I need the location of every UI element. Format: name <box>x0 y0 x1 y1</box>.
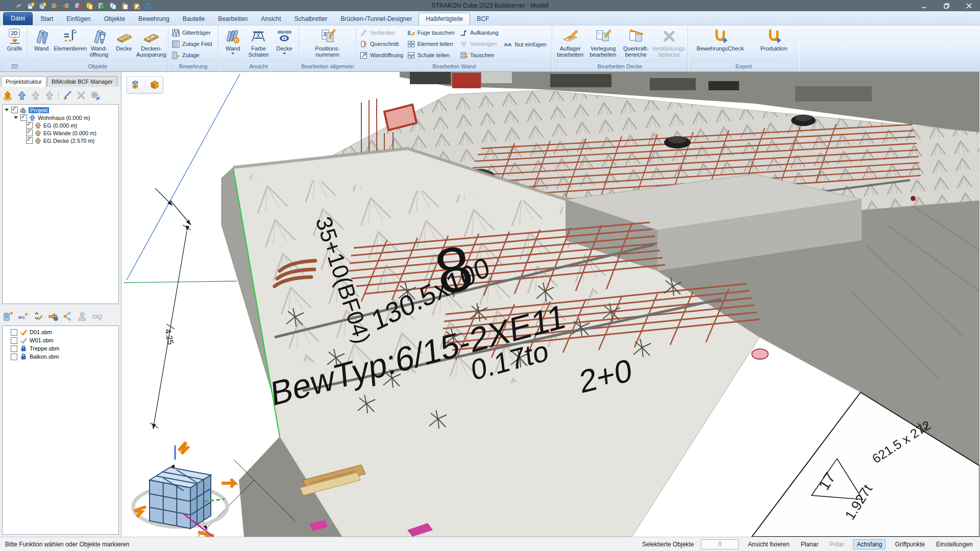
tab-bauteile[interactable]: Bauteile <box>176 13 211 25</box>
add-model-icon[interactable] <box>3 311 14 322</box>
delete-x-icon[interactable] <box>76 90 86 101</box>
achsfang-toggle[interactable]: Achsfang <box>853 539 886 549</box>
zulage-feld-button[interactable]: Zulage Feld <box>172 39 212 49</box>
verlegung-bearbeiten-button[interactable]: Verlegung bearbeiten <box>586 27 619 62</box>
tree-item-eg[interactable]: EG (0.000 m) <box>4 121 117 129</box>
tree-item-wohnhaus[interactable]: Wohnhaus (0.000 m) <box>4 114 117 121</box>
file-item-d01[interactable]: D01.sbm <box>4 328 117 336</box>
tab-bearbeiten[interactable]: Bearbeiten <box>211 13 254 25</box>
wandoeffnung-button[interactable]: Wand- öffnung <box>87 27 112 62</box>
tab-datei[interactable]: Datei <box>3 12 33 25</box>
save-question-icon[interactable] <box>27 2 35 10</box>
model-viewport-3d[interactable]: 35+10(BF04) 8 130.5x100 BewTyp:6/15-2XE1… <box>121 72 980 537</box>
ansicht-fixieren-toggle[interactable]: Ansicht fixieren <box>746 539 791 549</box>
delete-document-icon[interactable] <box>74 2 82 10</box>
tab-bcf[interactable]: BCF <box>470 13 496 25</box>
auflager-bearbeiten-button[interactable]: Auflager bearbeiten <box>554 27 586 62</box>
tab-einfuegen[interactable]: Einfügen <box>60 13 97 25</box>
tree-item-eg-decke[interactable]: EG Decke (2.570 m) <box>4 137 117 144</box>
close-button[interactable] <box>958 0 980 11</box>
tab-bewehrung[interactable]: Bewehrung <box>132 13 176 25</box>
tab-start[interactable]: Start <box>34 13 60 25</box>
tauschen-button[interactable]: Tauschen <box>460 50 500 60</box>
level-up-gray-icon[interactable] <box>31 90 41 101</box>
replace-edit-icon[interactable] <box>33 311 43 322</box>
tab-bimcollab-bcf-manager[interactable]: BIMcollab BCF Manager <box>47 76 117 87</box>
tab-bruecken-tunnel-designer[interactable]: Brücken-/Tunnel-Designer <box>334 13 419 25</box>
polar-toggle[interactable]: Polar <box>827 539 846 549</box>
goto-project-icon[interactable] <box>3 90 13 101</box>
share-lock-icon[interactable] <box>62 311 73 322</box>
decke-button[interactable]: Decke <box>111 27 136 62</box>
positionsnummern-button[interactable]: 3 4 Positions- nummern <box>305 27 350 62</box>
griffpunkte-toggle[interactable]: Griffpunkte <box>893 539 926 549</box>
duplicate-document-icon[interactable] <box>109 2 117 10</box>
decken-aussparung-button[interactable]: Decken- Aussparung <box>136 27 166 62</box>
checkbox[interactable] <box>11 354 17 360</box>
aufkantung-button[interactable]: Aufkantung <box>460 28 500 38</box>
elementieren-button[interactable]: Elementieren <box>54 27 87 62</box>
collapse-icon[interactable] <box>14 116 18 119</box>
checkbox[interactable] <box>11 329 17 336</box>
file-item-w01[interactable]: W01.sbm <box>4 336 117 344</box>
add-ifc-icon[interactable]: IFC <box>18 311 29 322</box>
redo-icon[interactable] <box>15 2 23 10</box>
nut-einfuegen-button[interactable]: Nut einfügen <box>504 39 548 49</box>
settings-sync-icon[interactable] <box>90 90 100 101</box>
navigation-cube[interactable] <box>133 442 235 537</box>
grafik-button[interactable]: 2D Grafik <box>4 27 26 62</box>
checkbox[interactable] <box>11 107 18 113</box>
tab-objekte[interactable]: Objekte <box>97 13 132 25</box>
level-up-gray-icon[interactable] <box>44 90 55 101</box>
schale-teilen-button[interactable]: Schale teilen <box>407 50 456 60</box>
ansicht-decke-button[interactable]: Decke <box>272 27 297 62</box>
user-icon[interactable] <box>77 311 88 322</box>
querschnitt-button[interactable]: Querschnitt <box>360 39 403 49</box>
checkbox[interactable] <box>26 122 33 129</box>
clipboard-edit-icon[interactable] <box>132 2 141 10</box>
querkraftbereiche-button[interactable]: Querkraft- bereiche <box>620 27 652 62</box>
file-item-treppe[interactable]: Treppe.sbm <box>4 344 117 353</box>
file-item-balkon[interactable]: Balkon.sbm <box>4 353 117 361</box>
refresh-icon[interactable] <box>144 2 153 10</box>
tree-item-eg-waende[interactable]: EG Wände (0.000 m) <box>4 129 117 137</box>
collapse-icon[interactable] <box>5 109 9 111</box>
checkbox[interactable] <box>20 114 27 121</box>
level-up-icon[interactable] <box>17 90 27 101</box>
edit-brush-icon[interactable] <box>62 90 72 101</box>
wandoeffnung-small-button[interactable]: Wandöffnung <box>360 50 403 60</box>
tree-item-projekt[interactable]: Projekt <box>4 106 117 114</box>
clipboard-paste-icon[interactable] <box>120 2 129 10</box>
layers-cube-icon[interactable] <box>150 80 160 90</box>
checkbox[interactable] <box>26 137 33 144</box>
element-teilen-button[interactable]: Element teilen <box>407 39 456 49</box>
tab-halbfertigteile[interactable]: Halbfertigteile <box>419 13 470 25</box>
ansicht-wand-button[interactable]: Wand <box>220 27 246 62</box>
checkbox[interactable] <box>11 345 17 352</box>
undo-icon[interactable] <box>3 2 12 10</box>
save-as-question-icon[interactable] <box>38 2 47 10</box>
tab-ansicht[interactable]: Ansicht <box>254 13 287 25</box>
tab-schalbretter[interactable]: Schalbretter <box>288 13 334 25</box>
planar-toggle[interactable]: Planar <box>799 539 821 549</box>
paste-image-icon[interactable] <box>97 2 106 10</box>
einstellungen-button[interactable]: Einstellungen <box>934 539 975 549</box>
gittertraeger-button[interactable]: Gitterträger <box>172 28 212 38</box>
nav-back-icon[interactable] <box>50 2 59 10</box>
zulage-button[interactable]: Zulage <box>172 50 212 60</box>
restore-button[interactable] <box>935 0 958 11</box>
minimize-button[interactable] <box>913 0 935 11</box>
farbe-schalen-button[interactable]: Farbe Schalen <box>246 27 271 62</box>
copy-document-icon[interactable] <box>85 2 94 10</box>
visibility-cube-icon[interactable] <box>131 80 141 90</box>
produktion-button[interactable]: Produktion <box>752 27 796 62</box>
tab-projektstruktur[interactable]: Projektstruktur <box>1 76 46 87</box>
checkbox[interactable] <box>11 337 17 344</box>
announce-lock-icon[interactable] <box>47 311 58 322</box>
wand-button[interactable]: Wand <box>29 27 54 62</box>
nav-forward-icon[interactable] <box>62 2 70 10</box>
checkbox[interactable] <box>26 130 33 136</box>
unlink-icon[interactable] <box>92 311 103 322</box>
bewehrungscheck-button[interactable]: BewehrungsCheck <box>692 27 749 62</box>
fuge-tauschen-button[interactable]: Fuge tauschen <box>407 28 456 38</box>
